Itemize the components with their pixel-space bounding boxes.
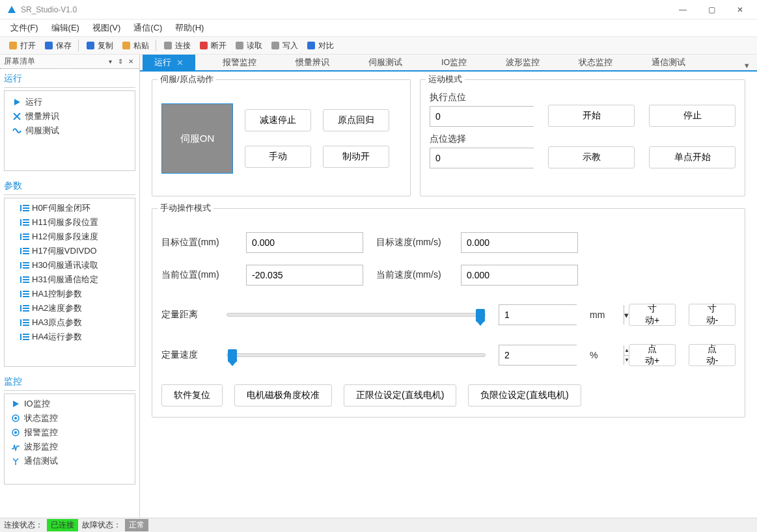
pole-cal-button[interactable]: 电机磁极角度校准 bbox=[234, 384, 332, 406]
step-minus-button[interactable]: 寸动- bbox=[689, 304, 736, 326]
soft-reset-button[interactable]: 软件复位 bbox=[161, 384, 223, 406]
servo-legend: 伺服/原点动作 bbox=[158, 73, 216, 85]
svg-point-13 bbox=[14, 417, 17, 419]
tab-运行[interactable]: 运行✕ bbox=[143, 55, 195, 70]
single-start-button[interactable]: 单点开始 bbox=[649, 146, 736, 168]
dist-slider[interactable] bbox=[227, 313, 486, 317]
toolbar-paste-button[interactable]: 粘贴 bbox=[117, 39, 153, 53]
param-item-label: HA2速度参数 bbox=[32, 302, 82, 314]
param-list-item[interactable]: H11伺服多段位置 bbox=[6, 215, 133, 230]
pos-limit-button[interactable]: 正限位设定(直线电机) bbox=[344, 384, 456, 406]
decel-stop-button[interactable]: 减速停止 bbox=[245, 109, 311, 131]
curr-spd-input[interactable] bbox=[461, 265, 578, 286]
dist-dropdown-icon[interactable]: ▾ bbox=[624, 305, 629, 325]
tab-IO监控[interactable]: IO监控 bbox=[430, 55, 478, 70]
run-tree-item[interactable]: 伺服测试 bbox=[7, 124, 132, 138]
spd-label: 定量速度 bbox=[161, 349, 213, 361]
menu-edit[interactable]: 编辑(E) bbox=[46, 20, 85, 36]
paste-icon bbox=[121, 40, 131, 51]
toolbar-write-button[interactable]: 写入 bbox=[266, 39, 302, 53]
run-group-title: 运行 bbox=[4, 72, 135, 88]
target-pos-input[interactable] bbox=[246, 232, 363, 253]
toolbar-disconnect-button[interactable]: 断开 bbox=[195, 39, 230, 53]
read-icon bbox=[234, 40, 245, 51]
param-item-label: HA4运行参数 bbox=[32, 331, 82, 343]
toolbar-separator bbox=[78, 40, 79, 51]
toolbar-read-label: 读取 bbox=[247, 40, 262, 51]
minimize-button[interactable]: — bbox=[668, 0, 697, 20]
manual-legend: 手动操作模式 bbox=[158, 202, 213, 214]
tab-伺服测试[interactable]: 伺服测试 bbox=[357, 55, 414, 70]
svg-rect-3 bbox=[87, 42, 94, 49]
svg-rect-1 bbox=[9, 42, 17, 49]
point-select-input[interactable] bbox=[430, 148, 555, 168]
spd-slider-thumb[interactable] bbox=[228, 349, 237, 362]
tab-波形监控[interactable]: 波形监控 bbox=[494, 55, 551, 70]
tree-item-label: 运行 bbox=[25, 96, 42, 108]
target-icon bbox=[11, 414, 20, 423]
target-spd-input[interactable] bbox=[461, 232, 578, 253]
monitor-tree-item[interactable]: IO监控 bbox=[6, 397, 133, 411]
jog-plus-button[interactable]: 点动+ bbox=[629, 344, 676, 366]
tab-label: 波形监控 bbox=[506, 57, 540, 68]
param-list-item[interactable]: H12伺服多段速度 bbox=[6, 230, 133, 244]
stop-button[interactable]: 停止 bbox=[649, 105, 736, 127]
toolbar-save-button[interactable]: 保存 bbox=[40, 39, 76, 53]
exec-point-input[interactable] bbox=[430, 107, 555, 126]
app-icon bbox=[7, 5, 17, 15]
teach-button[interactable]: 示教 bbox=[548, 146, 635, 168]
param-group-title: 参数 bbox=[4, 179, 135, 195]
param-list-item[interactable]: HA3原点参数 bbox=[6, 315, 133, 330]
dist-slider-thumb[interactable] bbox=[476, 309, 485, 322]
param-list-item[interactable]: H17伺服VDIVDO bbox=[6, 244, 133, 258]
run-tree-item[interactable]: 惯量辨识 bbox=[7, 109, 132, 124]
toolbar-read-button[interactable]: 读取 bbox=[230, 39, 266, 53]
panel-close-icon[interactable]: ✕ bbox=[126, 57, 135, 66]
tab-label: 状态监控 bbox=[579, 57, 612, 68]
menu-comm[interactable]: 通信(C) bbox=[128, 20, 167, 36]
tab-close-icon[interactable]: ✕ bbox=[176, 58, 184, 68]
param-list-item[interactable]: HA2速度参数 bbox=[6, 301, 133, 315]
list-icon bbox=[20, 219, 29, 226]
tab-通信测试[interactable]: 通信测试 bbox=[640, 55, 697, 70]
run-tree-item[interactable]: 运行 bbox=[7, 95, 132, 109]
menu-view[interactable]: 视图(V) bbox=[87, 20, 126, 36]
home-return-button[interactable]: 原点回归 bbox=[323, 109, 389, 131]
toolbar-open-button[interactable]: 打开 bbox=[4, 39, 40, 53]
toolbar-open-label: 打开 bbox=[20, 40, 36, 51]
tab-状态监控[interactable]: 状态监控 bbox=[567, 55, 624, 70]
tab-惯量辨识[interactable]: 惯量辨识 bbox=[284, 55, 341, 70]
toolbar-compare-button[interactable]: 对比 bbox=[302, 39, 338, 53]
step-plus-button[interactable]: 寸动+ bbox=[629, 304, 676, 326]
toolbar-copy-button[interactable]: 复制 bbox=[81, 39, 117, 53]
spd-slider[interactable] bbox=[227, 353, 486, 357]
toolbar-connect-button[interactable]: 连接 bbox=[159, 39, 195, 53]
start-button[interactable]: 开始 bbox=[548, 105, 635, 127]
close-button[interactable]: ✕ bbox=[726, 0, 754, 20]
monitor-tree-item[interactable]: 报警监控 bbox=[6, 425, 133, 440]
param-list-item[interactable]: HA4运行参数 bbox=[6, 330, 133, 344]
servo-on-button[interactable]: 伺服ON bbox=[161, 103, 233, 174]
tab-label: 通信测试 bbox=[652, 57, 685, 68]
param-list-item[interactable]: HA1控制参数 bbox=[6, 287, 133, 301]
monitor-tree-item[interactable]: 波形监控 bbox=[6, 440, 133, 454]
param-list-item[interactable]: H30伺服通讯读取 bbox=[6, 258, 133, 273]
tab-报警监控[interactable]: 报警监控 bbox=[211, 55, 268, 70]
menu-file[interactable]: 文件(F) bbox=[5, 20, 44, 36]
tab-overflow-icon[interactable]: ▾ bbox=[739, 60, 754, 70]
fault-status-value: 正常 bbox=[125, 519, 148, 531]
pin-icon[interactable]: ⇕ bbox=[116, 57, 125, 66]
monitor-tree-item[interactable]: 状态监控 bbox=[6, 411, 133, 425]
jog-minus-button[interactable]: 点动- bbox=[689, 344, 736, 366]
param-list-item[interactable]: H0F伺服全闭环 bbox=[6, 201, 133, 215]
manual-button[interactable]: 手动 bbox=[245, 146, 311, 168]
param-list-item[interactable]: H31伺服通信给定 bbox=[6, 273, 133, 287]
monitor-tree-item[interactable]: 通信测试 bbox=[6, 454, 133, 468]
neg-limit-button[interactable]: 负限位设定(直线电机) bbox=[468, 384, 581, 406]
tree-item-label: 伺服测试 bbox=[25, 125, 59, 137]
menu-help[interactable]: 帮助(H) bbox=[170, 20, 209, 36]
maximize-button[interactable]: ▢ bbox=[697, 0, 726, 20]
dropdown-icon[interactable]: ▾ bbox=[105, 57, 115, 66]
curr-pos-input[interactable] bbox=[246, 265, 363, 286]
brake-open-button[interactable]: 制动开 bbox=[323, 146, 389, 168]
